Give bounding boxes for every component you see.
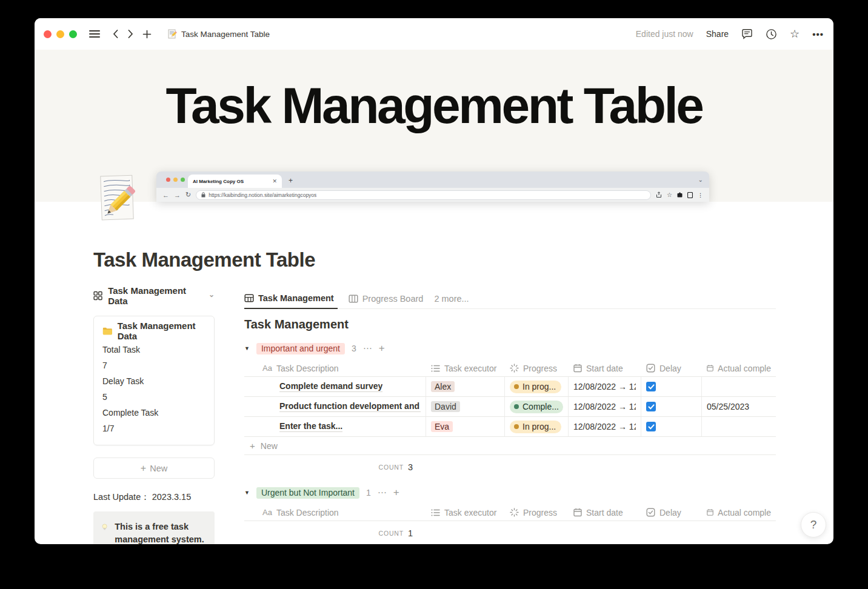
calendar-icon <box>573 364 582 373</box>
cell-progress[interactable]: In prog... <box>505 417 569 436</box>
database-title: Task Management <box>244 318 776 331</box>
close-button[interactable] <box>44 30 52 38</box>
cell-task-executor[interactable]: David <box>426 397 505 416</box>
new-tab-icon[interactable] <box>142 30 152 39</box>
tab-task-management[interactable]: Task Management <box>244 288 338 309</box>
executor-chip: Eva <box>431 421 453 432</box>
help-button[interactable]: ? <box>801 512 826 537</box>
tab-more-views[interactable]: 2 more... <box>434 288 469 308</box>
group-add-icon[interactable]: + <box>393 487 399 499</box>
task-title: Product function development and d <box>279 401 421 412</box>
cell-task-executor[interactable]: Eva <box>426 417 505 436</box>
group-toggle-icon[interactable]: ▼ <box>244 345 250 351</box>
task-title: Enter the task... <box>279 421 342 432</box>
group-toggle-icon[interactable]: ▼ <box>244 490 250 496</box>
cell-actual-complete[interactable] <box>702 417 776 436</box>
delay-checkbox-checked[interactable] <box>646 422 656 431</box>
browser-share-icon <box>656 191 662 198</box>
status-dot <box>514 424 519 429</box>
column-start-date[interactable]: Start date <box>569 508 641 517</box>
cell-progress[interactable]: Comple... <box>505 397 569 416</box>
back-icon[interactable] <box>112 29 119 39</box>
last-update: Last Update： 2023.3.15 <box>93 491 215 503</box>
summary-card[interactable]: Task Management Data Total Task 7 Delay … <box>93 316 215 445</box>
column-delay[interactable]: Delay <box>641 364 702 373</box>
status-spinner-icon <box>510 364 519 373</box>
page-title[interactable]: Task Management Table <box>93 248 833 271</box>
linked-view-selector[interactable]: Task Management Data ⌄ <box>93 288 215 303</box>
column-delay[interactable]: Delay <box>641 508 702 517</box>
calendar-icon <box>707 508 713 517</box>
cell-delay[interactable] <box>641 377 702 396</box>
callout: This is a free task management system. <box>93 511 215 544</box>
cell-delay[interactable] <box>641 397 702 416</box>
column-label: Task Description <box>276 364 339 373</box>
column-task-executor[interactable]: Task executor <box>426 364 505 373</box>
more-options-icon[interactable]: ••• <box>812 29 824 39</box>
comments-icon[interactable] <box>741 28 753 39</box>
group-header-urgent-not-important: ▼ Urgent but Not Important 1 ⋯ + <box>244 486 776 499</box>
forward-icon[interactable] <box>127 29 134 39</box>
group-chip[interactable]: Important and urgent <box>256 343 345 354</box>
cell-progress[interactable]: In prog... <box>505 377 569 396</box>
delay-checkbox-checked[interactable] <box>646 402 656 411</box>
page-icon-memo[interactable] <box>97 173 138 223</box>
cell-task-description[interactable]: Product function development and d <box>244 397 426 416</box>
tab-progress-board[interactable]: Progress Board <box>349 288 424 308</box>
cell-actual-complete[interactable]: 05/25/2023 <box>702 397 776 416</box>
favorite-star-icon[interactable]: ☆ <box>790 28 800 39</box>
calendar-icon <box>707 364 713 373</box>
menu-icon[interactable] <box>89 30 100 38</box>
browser-tab: AI Marketing Copy OS ✕ <box>188 175 282 188</box>
group-options-icon[interactable]: ⋯ <box>363 343 372 354</box>
column-start-date[interactable]: Start date <box>569 364 641 373</box>
browser-reload-icon: ↻ <box>185 191 191 199</box>
column-label: Task executor <box>444 508 496 517</box>
history-clock-icon[interactable] <box>766 28 777 40</box>
date-value: 05/25/2023 <box>707 402 749 411</box>
text-type-icon: Aa <box>262 364 272 373</box>
count-label: COUNT <box>379 464 404 471</box>
cell-start-date[interactable]: 12/08/2022 → 12 <box>569 397 641 416</box>
table-row: Enter the task... Eva In prog... 12/08/2… <box>244 416 776 436</box>
column-progress[interactable]: Progress <box>505 364 569 373</box>
folder-icon <box>102 326 113 336</box>
share-button[interactable]: Share <box>706 29 729 39</box>
sidebar-new-button[interactable]: + New <box>93 458 215 479</box>
cell-start-date[interactable]: 12/08/2022 → 12 <box>569 377 641 396</box>
group-count-calculation[interactable]: COUNT 3 <box>244 455 426 479</box>
column-actual-complete[interactable]: Actual comple <box>702 364 776 373</box>
page-cover: Task Management Table AI Marketing Copy … <box>35 50 833 202</box>
card-field-label: Total Task <box>102 342 205 358</box>
group-count-calculation[interactable]: COUNT 1 <box>244 521 426 544</box>
checkbox-type-icon <box>646 508 655 517</box>
group-options-icon[interactable]: ⋯ <box>378 487 387 498</box>
column-progress[interactable]: Progress <box>505 508 569 517</box>
column-task-description[interactable]: Aa Task Description <box>244 508 426 517</box>
cell-actual-complete[interactable] <box>702 377 776 396</box>
browser-menu-dots-icon: ⋮ <box>698 192 703 198</box>
browser-profile-icon <box>687 192 693 198</box>
group-header-important-urgent: ▼ Important and urgent 3 ⋯ + <box>244 342 776 355</box>
table-header-row: Aa Task Description Task executor Progre… <box>244 360 776 376</box>
group-add-icon[interactable]: + <box>379 342 385 354</box>
column-task-description[interactable]: Aa Task Description <box>244 364 426 373</box>
column-actual-complete[interactable]: Actual comple <box>702 508 776 517</box>
minimize-button[interactable] <box>56 30 64 38</box>
lock-icon <box>201 192 205 198</box>
date-range: 12/08/2022 → 12 <box>573 402 636 411</box>
status-dot <box>514 384 519 389</box>
delay-checkbox-checked[interactable] <box>646 382 656 391</box>
cell-delay[interactable] <box>641 417 702 436</box>
column-task-executor[interactable]: Task executor <box>426 508 505 517</box>
cell-start-date[interactable]: 12/08/2022 → 12 <box>569 417 641 436</box>
cell-task-executor[interactable]: Alex <box>426 377 505 396</box>
cell-task-description[interactable]: Enter the task... <box>244 417 426 436</box>
zoom-button[interactable] <box>69 30 77 38</box>
browser-extensions-icon <box>677 192 683 198</box>
group-chip[interactable]: Urgent but Not Important <box>256 487 359 499</box>
cell-task-description[interactable]: Complete demand survey <box>244 377 426 396</box>
summary-card-title: Task Management Data <box>118 321 205 341</box>
add-row-button[interactable]: + New <box>244 436 776 455</box>
browser-tab-title: AI Marketing Copy OS <box>193 179 269 184</box>
